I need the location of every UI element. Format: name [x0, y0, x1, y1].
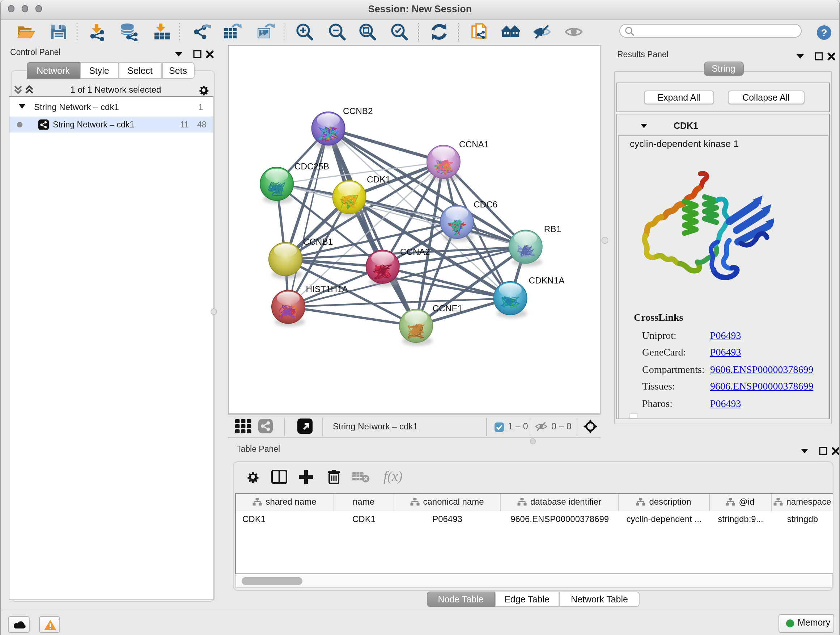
svg-text:CCNB1: CCNB1	[303, 237, 333, 247]
svg-text:CDC25B: CDC25B	[294, 162, 329, 171]
svg-text:CDKN1A: CDKN1A	[529, 276, 565, 285]
svg-text:CDK1: CDK1	[367, 174, 390, 184]
svg-text:CCNA1: CCNA1	[459, 139, 489, 149]
svg-text:CCNB2: CCNB2	[343, 106, 373, 116]
svg-text:CDC6: CDC6	[474, 200, 497, 209]
svg-text:?: ?	[821, 27, 827, 38]
svg-text:RB1: RB1	[544, 224, 561, 234]
svg-text:CCNE1: CCNE1	[433, 303, 463, 313]
svg-text:HIST1H1A: HIST1H1A	[306, 284, 348, 294]
svg-text:CCNA2: CCNA2	[400, 247, 430, 257]
